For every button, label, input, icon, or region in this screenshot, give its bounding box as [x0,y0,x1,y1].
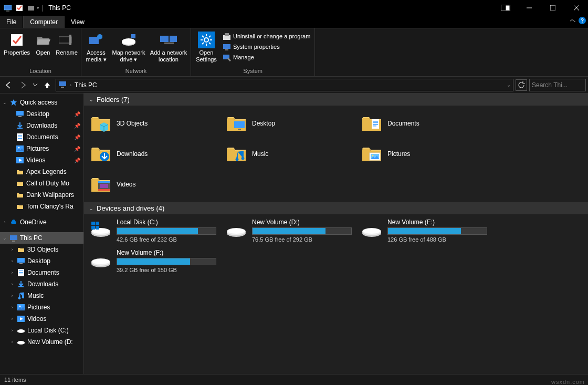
chevron-right-icon[interactable]: › [9,247,15,252]
drive-item[interactable]: Local Disk (C:) 42.6 GB free of 232 GB [90,218,222,246]
drives-group-header[interactable]: ⌄ Devices and drives (4) [84,202,588,214]
sidebar-item-pc[interactable]: › Documents [0,267,83,278]
chevron-right-icon[interactable]: › [2,220,7,225]
videos-icon [17,315,25,323]
svg-rect-0 [4,5,12,10]
sidebar-item-qa[interactable]: Desktop 📌 [0,108,83,120]
drive-item[interactable]: New Volume (F:) 39.2 GB free of 150 GB [90,249,222,276]
tab-computer[interactable]: Computer [23,16,65,28]
drive-icon [226,218,247,240]
tablet-mode-icon[interactable] [494,0,517,16]
chevron-down-icon[interactable]: ⌄ [2,100,7,105]
pin-icon: 📌 [74,123,80,129]
back-button[interactable] [2,79,15,91]
folder-item[interactable]: Downloads [90,140,222,168]
sidebar-item-qa[interactable]: Videos 📌 [0,154,83,166]
sidebar-item-pc[interactable]: › Music [0,290,83,301]
chevron-down-icon[interactable]: ⌄ [2,235,7,241]
folder-item[interactable]: Music [226,140,357,168]
forward-button[interactable] [17,79,29,91]
sidebar-item-label: Local Disk (C:) [27,327,69,334]
folder-item[interactable]: Videos [90,171,222,198]
folder-item[interactable]: Documents [361,110,492,137]
history-dropdown-icon[interactable] [32,79,39,91]
collapse-ribbon-icon[interactable]: へ [570,17,575,24]
folder-item[interactable]: 3D Objects [90,110,222,137]
qat-dropdown-icon[interactable]: ▾ [37,5,39,11]
sidebar-item-qa[interactable]: Tom Clancy's Ra [0,201,83,212]
drive-usage-bar [387,227,487,235]
star-icon [9,98,18,107]
close-button[interactable] [564,0,588,16]
tab-file[interactable]: File [0,16,23,28]
sidebar-item-pc[interactable]: › Local Disk (C:) [0,325,83,336]
help-icon[interactable]: ? [579,17,586,24]
sidebar-quick-access[interactable]: ⌄ Quick access [0,97,83,108]
folder-icon [90,174,111,195]
drive-usage-bar [117,227,216,235]
maximize-button[interactable] [541,0,564,16]
chevron-right-icon[interactable]: › [9,258,15,264]
chevron-right-icon[interactable]: › [9,316,15,321]
drive-item[interactable]: New Volume (E:) 126 GB free of 488 GB [361,218,492,246]
sidebar-item-qa[interactable]: Call of Duty Mo [0,178,83,189]
access-media-button[interactable]: Access media ▾ [83,30,109,64]
chevron-right-icon[interactable]: › [9,328,15,333]
folder-label: Desktop [252,120,275,127]
address-dropdown-icon[interactable]: ⌄ [507,82,511,88]
chevron-right-icon[interactable]: › [9,270,15,275]
sidebar-onedrive[interactable]: › OneDrive [0,216,83,228]
folder-label: Videos [117,181,135,188]
chevron-right-icon[interactable]: › [9,293,15,298]
uninstall-program-button[interactable]: Uninstall or change a program [220,32,312,41]
system-properties-button[interactable]: System properties [220,42,312,51]
sidebar-item-qa[interactable]: Documents 📌 [0,131,83,143]
sidebar-item-qa[interactable]: Downloads 📌 [0,120,83,131]
sidebar-item-pc[interactable]: › Desktop [0,255,83,267]
folder-item[interactable]: Pictures [361,140,492,168]
svg-rect-40 [17,128,23,129]
folder-icon [226,113,247,134]
up-button[interactable] [41,79,54,91]
sidebar-item-pc[interactable]: › Pictures [0,301,83,313]
svg-rect-12 [69,35,71,45]
svg-rect-77 [98,189,110,191]
svg-rect-76 [98,181,110,183]
tab-view[interactable]: View [65,16,91,28]
sidebar-item-pc[interactable]: › Downloads [0,278,83,290]
sidebar-item-pc[interactable]: › New Volume (D: [0,336,83,348]
chevron-right-icon[interactable]: › [70,82,71,88]
qat-props-icon[interactable] [15,4,24,12]
search-input[interactable]: Search Thi... [529,79,586,91]
folder-icon [16,179,24,188]
chevron-right-icon[interactable]: › [9,282,15,287]
sidebar-item-qa[interactable]: Apex Legends [0,166,83,178]
sidebar-item-qa[interactable]: Pictures 📌 [0,143,83,154]
refresh-button[interactable] [516,79,527,91]
ribbon-group-network: Access media ▾ Map network drive ▾ Add a… [81,28,191,76]
sidebar-item-pc[interactable]: › Videos [0,313,83,325]
open-button[interactable]: Open [33,30,54,57]
manage-button[interactable]: Manage [220,53,312,62]
sidebar-item-pc[interactable]: › 3D Objects [0,244,83,255]
open-settings-button[interactable]: Open Settings [193,30,219,64]
uninstall-icon [223,32,231,40]
folders-group-header[interactable]: ⌄ Folders (7) [84,93,588,106]
music-icon [17,292,25,300]
rename-button[interactable]: Rename [55,30,79,57]
chevron-right-icon[interactable]: › [9,305,15,310]
address-bar[interactable]: › This PC ⌄ [56,79,513,91]
drive-item[interactable]: New Volume (D:) 76.5 GB free of 292 GB [226,218,357,246]
add-network-location-button[interactable]: Add a network location [149,30,188,64]
folder-item[interactable]: Desktop [226,110,357,137]
map-network-drive-button[interactable]: Map network drive ▾ [110,30,148,64]
properties-button[interactable]: Properties [2,30,32,57]
drive-free-text: 126 GB free of 488 GB [387,236,492,243]
chevron-right-icon[interactable]: › [9,339,15,345]
sidebar-this-pc[interactable]: ⌄ This PC [0,232,83,244]
svg-point-46 [18,147,20,149]
qat-folder-icon[interactable] [27,4,35,12]
sidebar-item-qa[interactable]: Dank Wallpapers [0,189,83,201]
svg-rect-34 [225,49,228,50]
minimize-button[interactable] [517,0,541,16]
